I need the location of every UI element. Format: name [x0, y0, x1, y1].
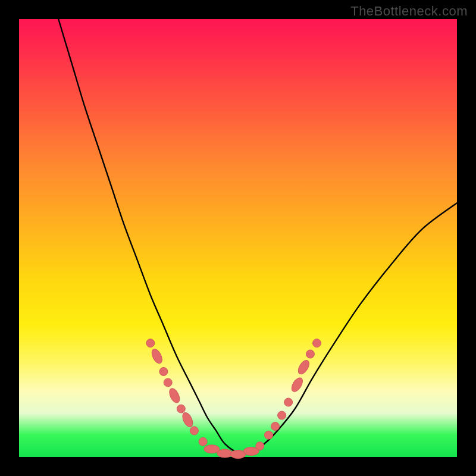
- curve-marker: [146, 339, 155, 347]
- curve-marker: [271, 422, 280, 430]
- curve-marker: [190, 427, 198, 435]
- curve-marker: [164, 378, 172, 387]
- watermark-text: TheBottleneck.com: [350, 4, 468, 19]
- curve-markers: [146, 339, 321, 459]
- curve-marker: [284, 398, 293, 406]
- plot-area: [19, 19, 457, 457]
- curve-marker: [204, 445, 220, 453]
- curve-marker: [180, 411, 195, 429]
- curve-marker: [199, 437, 207, 446]
- curve-marker: [296, 358, 312, 375]
- chart-frame: TheBottleneck.com: [0, 0, 476, 476]
- curve-marker: [306, 350, 314, 358]
- curve-marker: [265, 431, 273, 439]
- bottleneck-curve: [58, 19, 457, 453]
- curve-marker: [278, 411, 286, 419]
- curve-svg: [19, 19, 457, 457]
- curve-marker: [312, 339, 321, 347]
- curve-marker: [150, 347, 164, 365]
- curve-marker: [167, 387, 181, 405]
- curve-marker: [159, 367, 168, 375]
- curve-marker: [177, 405, 185, 413]
- curve-marker: [256, 442, 264, 450]
- curve-marker: [290, 376, 305, 393]
